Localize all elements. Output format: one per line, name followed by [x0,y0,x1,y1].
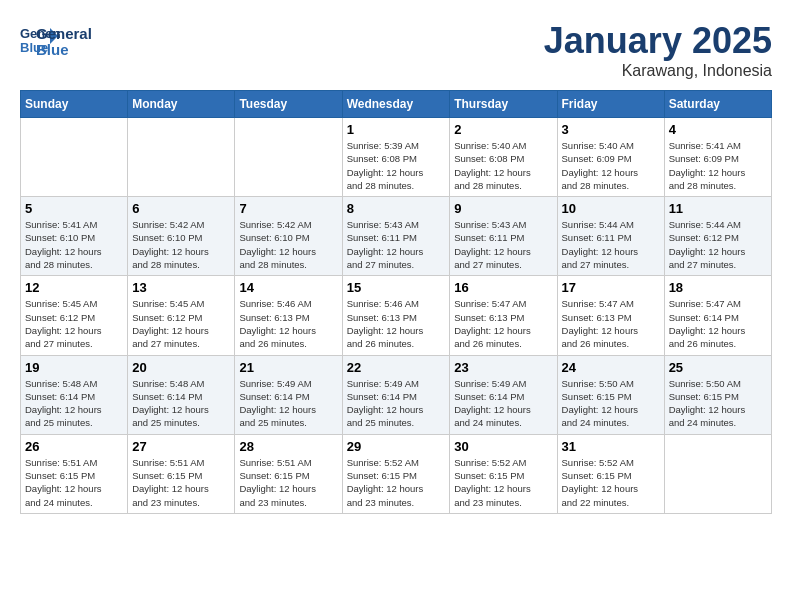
day-info: Sunrise: 5:41 AM Sunset: 6:10 PM Dayligh… [25,218,123,271]
calendar-cell: 19Sunrise: 5:48 AM Sunset: 6:14 PM Dayli… [21,355,128,434]
weekday-header-row: SundayMondayTuesdayWednesdayThursdayFrid… [21,91,772,118]
day-info: Sunrise: 5:49 AM Sunset: 6:14 PM Dayligh… [239,377,337,430]
day-number: 27 [132,439,230,454]
day-info: Sunrise: 5:47 AM Sunset: 6:14 PM Dayligh… [669,297,767,350]
day-number: 14 [239,280,337,295]
calendar-cell: 31Sunrise: 5:52 AM Sunset: 6:15 PM Dayli… [557,434,664,513]
day-number: 7 [239,201,337,216]
weekday-header-wednesday: Wednesday [342,91,450,118]
calendar-cell: 1Sunrise: 5:39 AM Sunset: 6:08 PM Daylig… [342,118,450,197]
calendar-cell [664,434,771,513]
calendar-cell: 18Sunrise: 5:47 AM Sunset: 6:14 PM Dayli… [664,276,771,355]
day-number: 23 [454,360,552,375]
day-info: Sunrise: 5:48 AM Sunset: 6:14 PM Dayligh… [132,377,230,430]
day-number: 18 [669,280,767,295]
day-number: 28 [239,439,337,454]
day-info: Sunrise: 5:42 AM Sunset: 6:10 PM Dayligh… [132,218,230,271]
calendar-cell: 29Sunrise: 5:52 AM Sunset: 6:15 PM Dayli… [342,434,450,513]
calendar-cell [128,118,235,197]
day-info: Sunrise: 5:46 AM Sunset: 6:13 PM Dayligh… [347,297,446,350]
month-title: January 2025 [544,20,772,62]
day-info: Sunrise: 5:40 AM Sunset: 6:09 PM Dayligh… [562,139,660,192]
day-number: 24 [562,360,660,375]
calendar-week-5: 26Sunrise: 5:51 AM Sunset: 6:15 PM Dayli… [21,434,772,513]
day-info: Sunrise: 5:45 AM Sunset: 6:12 PM Dayligh… [132,297,230,350]
day-info: Sunrise: 5:52 AM Sunset: 6:15 PM Dayligh… [347,456,446,509]
day-number: 11 [669,201,767,216]
day-info: Sunrise: 5:44 AM Sunset: 6:12 PM Dayligh… [669,218,767,271]
day-number: 4 [669,122,767,137]
calendar-cell: 9Sunrise: 5:43 AM Sunset: 6:11 PM Daylig… [450,197,557,276]
calendar-cell: 12Sunrise: 5:45 AM Sunset: 6:12 PM Dayli… [21,276,128,355]
calendar-week-4: 19Sunrise: 5:48 AM Sunset: 6:14 PM Dayli… [21,355,772,434]
day-number: 31 [562,439,660,454]
day-info: Sunrise: 5:45 AM Sunset: 6:12 PM Dayligh… [25,297,123,350]
weekday-header-friday: Friday [557,91,664,118]
calendar-cell: 5Sunrise: 5:41 AM Sunset: 6:10 PM Daylig… [21,197,128,276]
day-number: 13 [132,280,230,295]
day-info: Sunrise: 5:51 AM Sunset: 6:15 PM Dayligh… [25,456,123,509]
day-number: 12 [25,280,123,295]
day-number: 29 [347,439,446,454]
calendar-cell: 3Sunrise: 5:40 AM Sunset: 6:09 PM Daylig… [557,118,664,197]
day-number: 21 [239,360,337,375]
calendar-cell: 4Sunrise: 5:41 AM Sunset: 6:09 PM Daylig… [664,118,771,197]
day-number: 2 [454,122,552,137]
day-info: Sunrise: 5:48 AM Sunset: 6:14 PM Dayligh… [25,377,123,430]
calendar-cell: 16Sunrise: 5:47 AM Sunset: 6:13 PM Dayli… [450,276,557,355]
day-info: Sunrise: 5:40 AM Sunset: 6:08 PM Dayligh… [454,139,552,192]
calendar-cell: 17Sunrise: 5:47 AM Sunset: 6:13 PM Dayli… [557,276,664,355]
day-info: Sunrise: 5:43 AM Sunset: 6:11 PM Dayligh… [347,218,446,271]
day-info: Sunrise: 5:46 AM Sunset: 6:13 PM Dayligh… [239,297,337,350]
calendar-cell [235,118,342,197]
weekday-header-thursday: Thursday [450,91,557,118]
weekday-header-monday: Monday [128,91,235,118]
day-info: Sunrise: 5:52 AM Sunset: 6:15 PM Dayligh… [562,456,660,509]
calendar-cell: 6Sunrise: 5:42 AM Sunset: 6:10 PM Daylig… [128,197,235,276]
day-number: 19 [25,360,123,375]
logo-line1: General [36,26,92,43]
day-number: 17 [562,280,660,295]
day-info: Sunrise: 5:52 AM Sunset: 6:15 PM Dayligh… [454,456,552,509]
calendar-cell: 26Sunrise: 5:51 AM Sunset: 6:15 PM Dayli… [21,434,128,513]
calendar-cell [21,118,128,197]
weekday-header-saturday: Saturday [664,91,771,118]
day-info: Sunrise: 5:39 AM Sunset: 6:08 PM Dayligh… [347,139,446,192]
calendar-week-2: 5Sunrise: 5:41 AM Sunset: 6:10 PM Daylig… [21,197,772,276]
day-info: Sunrise: 5:47 AM Sunset: 6:13 PM Dayligh… [454,297,552,350]
calendar-cell: 21Sunrise: 5:49 AM Sunset: 6:14 PM Dayli… [235,355,342,434]
day-number: 15 [347,280,446,295]
day-info: Sunrise: 5:44 AM Sunset: 6:11 PM Dayligh… [562,218,660,271]
calendar-cell: 11Sunrise: 5:44 AM Sunset: 6:12 PM Dayli… [664,197,771,276]
day-number: 8 [347,201,446,216]
day-info: Sunrise: 5:41 AM Sunset: 6:09 PM Dayligh… [669,139,767,192]
logo-line2: Blue [36,42,92,59]
calendar-week-3: 12Sunrise: 5:45 AM Sunset: 6:12 PM Dayli… [21,276,772,355]
location: Karawang, Indonesia [544,62,772,80]
day-info: Sunrise: 5:49 AM Sunset: 6:14 PM Dayligh… [454,377,552,430]
title-block: January 2025 Karawang, Indonesia [544,20,772,80]
day-number: 25 [669,360,767,375]
day-number: 6 [132,201,230,216]
weekday-header-sunday: Sunday [21,91,128,118]
calendar-cell: 7Sunrise: 5:42 AM Sunset: 6:10 PM Daylig… [235,197,342,276]
calendar-cell: 30Sunrise: 5:52 AM Sunset: 6:15 PM Dayli… [450,434,557,513]
day-number: 3 [562,122,660,137]
calendar-cell: 10Sunrise: 5:44 AM Sunset: 6:11 PM Dayli… [557,197,664,276]
calendar-cell: 28Sunrise: 5:51 AM Sunset: 6:15 PM Dayli… [235,434,342,513]
calendar-table: SundayMondayTuesdayWednesdayThursdayFrid… [20,90,772,514]
day-number: 10 [562,201,660,216]
day-number: 26 [25,439,123,454]
day-info: Sunrise: 5:50 AM Sunset: 6:15 PM Dayligh… [669,377,767,430]
day-number: 9 [454,201,552,216]
calendar-cell: 13Sunrise: 5:45 AM Sunset: 6:12 PM Dayli… [128,276,235,355]
day-info: Sunrise: 5:51 AM Sunset: 6:15 PM Dayligh… [239,456,337,509]
day-number: 22 [347,360,446,375]
calendar-cell: 8Sunrise: 5:43 AM Sunset: 6:11 PM Daylig… [342,197,450,276]
day-number: 20 [132,360,230,375]
day-info: Sunrise: 5:50 AM Sunset: 6:15 PM Dayligh… [562,377,660,430]
day-info: Sunrise: 5:49 AM Sunset: 6:14 PM Dayligh… [347,377,446,430]
day-number: 30 [454,439,552,454]
day-info: Sunrise: 5:47 AM Sunset: 6:13 PM Dayligh… [562,297,660,350]
calendar-cell: 20Sunrise: 5:48 AM Sunset: 6:14 PM Dayli… [128,355,235,434]
